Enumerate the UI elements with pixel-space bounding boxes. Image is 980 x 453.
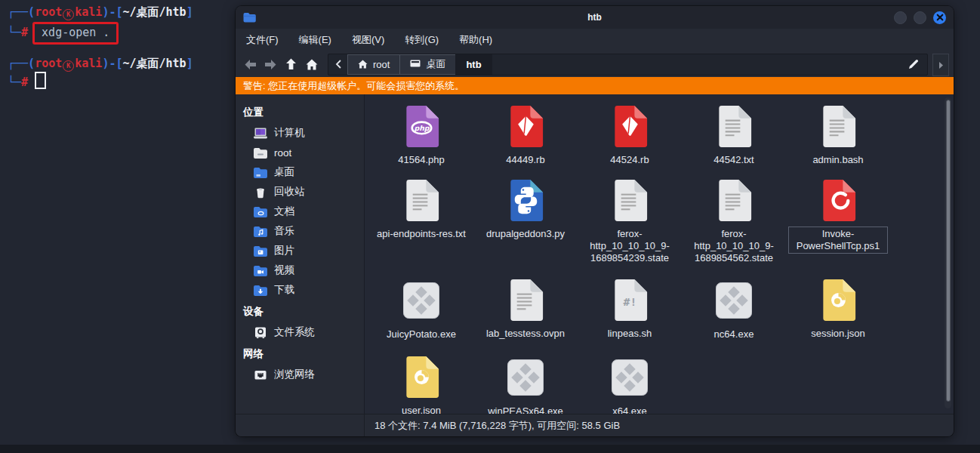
prompt-frame: )-[: [102, 57, 122, 70]
command-highlight-box: xdg-open .: [32, 22, 119, 45]
file-item[interactable]: x64.exe: [578, 356, 682, 414]
minimize-button[interactable]: [894, 11, 907, 24]
titlebar[interactable]: htb: [236, 6, 954, 29]
path-button-label: 桌面: [426, 57, 445, 71]
sidebar-item-label: 视频: [274, 263, 294, 277]
file-item[interactable]: nc64.exe: [682, 279, 786, 356]
file-item[interactable]: admin.bash: [786, 105, 890, 179]
close-button[interactable]: [933, 11, 946, 24]
file-item-label: JuicyPotato.exe: [384, 327, 459, 342]
exe-file-icon: [402, 282, 440, 319]
up-button[interactable]: [281, 54, 301, 75]
file-item-label: 44524.rb: [607, 153, 652, 168]
file-item[interactable]: session.json: [786, 279, 890, 356]
sidebar-item-drive[interactable]: 文件系统: [243, 322, 364, 342]
network-icon: [253, 368, 268, 381]
text-file-icon: [403, 179, 440, 222]
back-button[interactable]: [240, 54, 260, 75]
folder-documents-icon: [253, 205, 268, 218]
path-button-desktop[interactable]: 桌面: [399, 54, 456, 75]
menu-view[interactable]: 视图(V): [352, 33, 384, 47]
path-button-root[interactable]: root: [347, 54, 400, 75]
edit-path-button[interactable]: [900, 54, 927, 75]
root-warning-banner: 警告: 您正在使用超级帐户。可能会损害您的系统。: [236, 77, 954, 94]
sidebar-item-folder-downloads[interactable]: 下载: [243, 280, 364, 300]
sidebar-item-computer[interactable]: 计算机: [243, 123, 364, 143]
file-item[interactable]: 44449.rb: [473, 105, 578, 179]
sidebar-item-label: root: [274, 147, 291, 159]
sidebar-item-folder-music[interactable]: 音乐: [243, 221, 364, 241]
sidebar-item-folder-desktop[interactable]: 桌面: [243, 162, 364, 182]
text-file-icon: [716, 105, 753, 148]
sidebar-item-network[interactable]: 浏览网络: [243, 365, 364, 384]
forward-button[interactable]: [260, 54, 281, 75]
status-text: 18 个文件: 7.4 MiB (7,716,228 字节), 可用空间: 58…: [374, 419, 620, 433]
close-icon: [936, 14, 944, 21]
sidebar-item-label: 文档: [274, 205, 294, 218]
file-item[interactable]: ferox-http_10_10_10_9-1689854239.state: [578, 179, 682, 279]
sidebar-header-2: 网络: [243, 347, 364, 361]
file-item[interactable]: api-endpoints-res.txt: [369, 179, 473, 279]
file-item[interactable]: php41564.php: [369, 105, 473, 179]
menubar: 文件(F)编辑(E)视图(V)转到(G)帮助(H): [236, 29, 954, 51]
kali-dragon-icon: K: [63, 60, 74, 72]
exe-file-icon: [715, 282, 753, 319]
file-view[interactable]: php41564.php 44449.rb 44524.rb 44542.txt…: [364, 94, 954, 414]
file-manager-window: htb 文件(F)编辑(E)视图(V)转到(G)帮助(H) root桌面htb: [236, 6, 954, 436]
path-scroll-right-button[interactable]: [932, 54, 949, 76]
file-item[interactable]: drupalgeddon3.py: [473, 179, 578, 279]
prompt-host: kali: [75, 5, 102, 19]
file-item[interactable]: ferox-http_10_10_10_9-1689854562.state: [682, 179, 786, 279]
prompt-path: ~/桌面/htb: [122, 5, 186, 19]
powershell-file-icon: [820, 179, 857, 222]
file-item-label: nc64.exe: [711, 327, 757, 342]
file-item[interactable]: #!linpeas.sh: [578, 279, 682, 356]
file-item[interactable]: user.json: [369, 356, 473, 414]
kali-dragon-icon: K: [63, 9, 74, 20]
file-item[interactable]: Invoke-PowerShellTcp.ps1: [786, 179, 890, 279]
menu-edit[interactable]: 编辑(E): [299, 33, 331, 47]
text-file-icon: [820, 105, 857, 148]
sidebar-item-folder-pictures[interactable]: 图片: [243, 241, 364, 260]
file-item[interactable]: winPEASx64.exe: [473, 356, 578, 414]
terminal-cursor: [35, 72, 46, 89]
file-item[interactable]: lab_tesstess.ovpn: [473, 279, 578, 356]
sidebar-item-folder-documents[interactable]: 文档: [243, 202, 364, 221]
prompt-host: kali: [75, 57, 102, 70]
desktop-icon: [410, 60, 421, 69]
file-item-label: winPEASx64.exe: [485, 404, 566, 414]
sidebar-item-trash[interactable]: 回收站: [243, 182, 364, 202]
sidebar: 位置 计算机 root 桌面 回收站 文档 音乐 图片 视频 下载设备 文件系统…: [236, 94, 364, 414]
path-scroll-left-button[interactable]: [328, 54, 348, 75]
command-text: xdg-open .: [42, 26, 109, 39]
file-item-label: x64.exe: [609, 404, 650, 414]
prompt-stem: └─: [8, 76, 21, 89]
json-file-icon: [820, 279, 857, 322]
path-button-htb[interactable]: htb: [455, 54, 492, 75]
file-item[interactable]: 44524.rb: [578, 105, 682, 179]
svg-text:php: php: [414, 124, 430, 132]
file-item-label: session.json: [808, 326, 868, 341]
sidebar-item-label: 浏览网络: [274, 368, 315, 381]
sidebar-item-folder-home[interactable]: root: [243, 143, 364, 162]
home-button[interactable]: [301, 54, 322, 75]
folder-videos-icon: [253, 264, 268, 277]
prompt-frame: ]: [186, 57, 193, 70]
file-item[interactable]: 44542.txt: [682, 105, 786, 179]
file-item-label: lab_tesstess.ovpn: [483, 326, 568, 341]
file-item[interactable]: JuicyPotato.exe: [369, 279, 473, 356]
maximize-button[interactable]: [914, 11, 926, 24]
path-button-label: htb: [466, 59, 481, 70]
exe-file-icon: [507, 359, 544, 396]
ruby-file-icon: [612, 105, 649, 148]
menu-file[interactable]: 文件(F): [246, 33, 279, 47]
terminal[interactable]: ┌──(rootKkali)-[~/桌面/htb] └─#xdg-open . …: [8, 5, 234, 91]
folder-desktop-icon: [253, 166, 268, 179]
scrollbar-thumb[interactable]: [946, 100, 951, 402]
menu-help[interactable]: 帮助(H): [459, 33, 492, 47]
scrollbar-track[interactable]: [945, 97, 951, 408]
file-item-label: linpeas.sh: [605, 326, 655, 341]
menu-go[interactable]: 转到(G): [405, 33, 439, 47]
sidebar-item-folder-videos[interactable]: 视频: [243, 260, 364, 280]
file-item-label: 44542.txt: [710, 153, 757, 168]
